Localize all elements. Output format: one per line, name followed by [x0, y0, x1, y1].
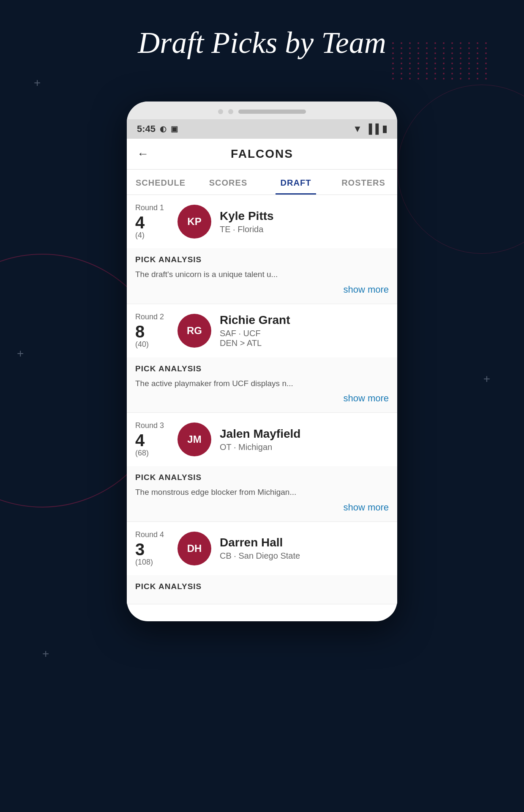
bg-dot [418, 73, 419, 74]
pick-header-4: Round 4 3 (108) DH Darren Hall CB · San … [127, 522, 397, 575]
player-name-1: Kyle Pitts [220, 209, 389, 223]
page-title: Draft Picks by Team [0, 25, 524, 60]
bg-dot [409, 68, 411, 69]
analysis-label-3: PICK ANALYSIS [135, 473, 389, 482]
player-avatar-4: DH [177, 532, 211, 565]
analysis-section-1: PICK ANALYSIS The draft's unicorn is a u… [127, 248, 397, 304]
pick-number-section-3: Round 3 4 (68) [135, 421, 169, 458]
round-label-4: Round 4 [135, 530, 164, 539]
show-more-button-3[interactable]: show more [135, 502, 389, 513]
round-label-3: Round 3 [135, 421, 164, 430]
pick-overall-3: (68) [135, 449, 149, 458]
bg-dot [401, 68, 402, 69]
pick-overall-4: (108) [135, 558, 153, 567]
bg-dot [460, 63, 461, 64]
bg-dot [392, 78, 394, 80]
plus-decoration-2: + [17, 347, 24, 360]
bg-dot [418, 78, 419, 80]
bg-dot [451, 73, 453, 74]
round-label-2: Round 2 [135, 313, 164, 321]
bg-dot [434, 78, 436, 80]
pick-card-1: Round 1 4 (4) KP Kyle Pitts TE · Florida… [127, 195, 397, 304]
bg-dot [409, 78, 411, 80]
bg-dot [418, 63, 419, 64]
bg-dot [477, 63, 478, 64]
analysis-section-3: PICK ANALYSIS The monstrous edge blocker… [127, 466, 397, 521]
bg-dot [460, 78, 461, 80]
player-avatar-1: KP [177, 205, 211, 239]
pick-card-2: Round 2 8 (40) RG Richie Grant SAF · UCF… [127, 304, 397, 413]
bg-dot [451, 68, 453, 69]
bg-dot [434, 73, 436, 74]
pick-header-2: Round 2 8 (40) RG Richie Grant SAF · UCF… [127, 304, 397, 357]
show-more-button-2[interactable]: show more [135, 393, 389, 404]
status-right: ▼ ▐▐ ▮ [353, 123, 387, 134]
player-name-2: Richie Grant [220, 313, 389, 327]
phone-mockup: 5:45 ◐ ▣ ▼ ▐▐ ▮ ← FALCONS SCHEDULE SCORE… [127, 102, 397, 621]
analysis-label-4: PICK ANALYSIS [135, 582, 389, 591]
bg-dot [443, 78, 445, 80]
pick-header-3: Round 3 4 (68) JM Jalen Mayfield OT · Mi… [127, 413, 397, 466]
bg-dot [485, 78, 487, 80]
analysis-label-2: PICK ANALYSIS [135, 364, 389, 373]
bg-dot [443, 63, 445, 64]
tab-rosters[interactable]: ROSTERS [330, 170, 397, 195]
bg-dot [392, 68, 394, 69]
bg-dot [468, 78, 470, 80]
wifi-icon: ▼ [353, 123, 362, 134]
bg-dot [392, 73, 394, 74]
pick-number-1: 4 [135, 214, 145, 231]
phone-dot-2 [228, 109, 233, 114]
analysis-section-4: PICK ANALYSIS [127, 575, 397, 604]
team-name: FALCONS [231, 147, 293, 161]
status-icon-moon: ◐ [160, 124, 166, 134]
bg-dot [477, 73, 478, 74]
status-left: 5:45 ◐ ▣ [137, 123, 178, 134]
bg-dot [409, 73, 411, 74]
bg-circle-2 [397, 85, 524, 254]
draft-content: Round 1 4 (4) KP Kyle Pitts TE · Florida… [127, 195, 397, 604]
bg-dot [426, 63, 428, 64]
bg-dot [426, 68, 428, 69]
pick-number-3: 4 [135, 432, 145, 449]
analysis-text-1: The draft's unicorn is a unique talent u… [135, 269, 389, 281]
status-icon-sim: ▣ [171, 124, 178, 134]
plus-decoration-3: + [42, 647, 49, 661]
player-info-4: Darren Hall CB · San Diego State [220, 536, 389, 561]
plus-decoration-1: + [34, 76, 41, 90]
pick-header-1: Round 1 4 (4) KP Kyle Pitts TE · Florida [127, 195, 397, 248]
pick-number-section-1: Round 1 4 (4) [135, 203, 169, 240]
bg-dot [401, 63, 402, 64]
signal-icon: ▐▐ [366, 123, 379, 134]
player-position-3: OT · Michigan [220, 442, 389, 452]
battery-icon: ▮ [382, 123, 387, 134]
pick-number-section-2: Round 2 8 (40) [135, 313, 169, 349]
player-name-4: Darren Hall [220, 536, 389, 549]
show-more-button-1[interactable]: show more [135, 284, 389, 295]
player-avatar-2: RG [177, 314, 211, 348]
player-position-4: CB · San Diego State [220, 551, 389, 561]
tab-schedule[interactable]: SCHEDULE [127, 170, 194, 195]
player-info-3: Jalen Mayfield OT · Michigan [220, 427, 389, 452]
status-bar: 5:45 ◐ ▣ ▼ ▐▐ ▮ [127, 119, 397, 139]
tab-scores[interactable]: SCORES [194, 170, 262, 195]
bg-dot [434, 63, 436, 64]
bg-dot [426, 78, 428, 80]
tab-bar: SCHEDULE SCORES DRAFT ROSTERS [127, 170, 397, 195]
pick-number-section-4: Round 4 3 (108) [135, 530, 169, 567]
back-button[interactable]: ← [137, 147, 149, 161]
phone-dot-1 [218, 109, 223, 114]
player-position-2: SAF · UCF [220, 329, 389, 338]
round-label-1: Round 1 [135, 203, 164, 212]
app-header: ← FALCONS [127, 139, 397, 170]
bg-dot [477, 68, 478, 69]
bg-dot [443, 68, 445, 69]
player-position-1: TE · Florida [220, 225, 389, 234]
bg-dot [392, 63, 394, 64]
bg-dot [451, 63, 453, 64]
tab-draft[interactable]: DRAFT [262, 170, 330, 195]
bg-dot [477, 78, 478, 80]
bg-dot [401, 73, 402, 74]
phone-top-bar [127, 102, 397, 119]
player-name-3: Jalen Mayfield [220, 427, 389, 441]
